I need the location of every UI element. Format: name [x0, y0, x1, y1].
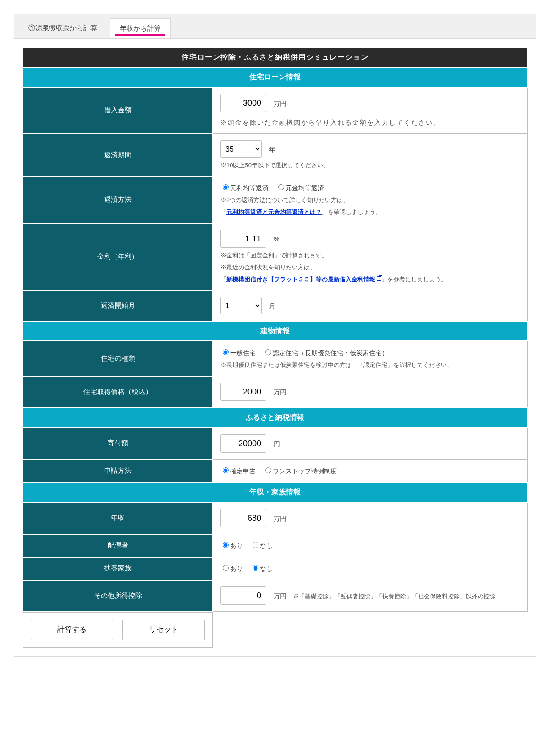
label-apply-method: 申請方法	[23, 460, 213, 483]
unit-income: 万円	[274, 515, 286, 522]
unit-loan-amount: 万円	[274, 100, 286, 107]
note-repay-term: ※10以上50年以下で選択してください。	[220, 161, 520, 170]
radio-apply-2[interactable]: ワンストップ特例制度	[263, 467, 337, 475]
label-repay-method: 返済方法	[23, 176, 213, 223]
calculate-button[interactable]: 計算する	[31, 620, 113, 640]
section-loan: 住宅ローン情報	[23, 67, 527, 87]
label-income: 年収	[23, 502, 213, 534]
link-repay-method[interactable]: 元利均等返済と元金均等返済とは？	[226, 208, 322, 215]
label-house-price: 住宅取得価格（税込）	[23, 376, 213, 408]
unit-donation: 円	[274, 440, 280, 448]
input-house-price[interactable]	[220, 383, 266, 401]
label-other-deduct: その他所得控除	[23, 580, 213, 612]
unit-rate: %	[274, 236, 279, 243]
note-rate-2: ※最近の金利状況を知りたい方は、	[220, 263, 520, 272]
radio-house-1[interactable]: 一般住宅	[220, 349, 256, 356]
unit-other-deduct: 万円	[274, 592, 286, 600]
select-start-month[interactable]: 1	[220, 297, 262, 314]
input-income[interactable]	[220, 509, 266, 527]
label-repay-term: 返済期間	[23, 134, 213, 176]
radio-spouse-2[interactable]: なし	[250, 542, 273, 549]
label-dependents: 扶養家族	[23, 557, 213, 580]
note-other-deduct: ※「基礎控除」「配偶者控除」「扶養控除」「社会保険料控除」以外の控除	[293, 593, 495, 600]
tab-gensen[interactable]: ①源泉徴収票から計算	[19, 18, 106, 38]
radio-house-2[interactable]: 認定住宅（長期優良住宅・低炭素住宅）	[263, 349, 388, 356]
input-rate[interactable]	[220, 230, 266, 248]
section-furusato: ふるさと納税情報	[23, 408, 527, 427]
radio-dep-2[interactable]: なし	[250, 565, 273, 572]
label-donation: 寄付額	[23, 427, 213, 460]
radio-method-1[interactable]: 元利均等返済	[220, 184, 269, 192]
form-title: 住宅ローン控除・ふるさと納税併用シミュレーション	[23, 48, 527, 67]
section-income: 年収・家族情報	[23, 482, 527, 502]
unit-start-month: 月	[269, 302, 275, 310]
radio-spouse-1[interactable]: あり	[220, 542, 243, 549]
reset-button[interactable]: リセット	[122, 620, 205, 640]
input-donation[interactable]	[220, 434, 266, 453]
tab-income[interactable]: 年収から計算	[110, 18, 170, 38]
external-link-icon	[377, 276, 381, 281]
note-house-type: ※長期優良住宅または低炭素住宅を検討中の方は、「認定住宅」を選択してください。	[220, 361, 520, 369]
form-panel: 住宅ローン控除・ふるさと納税併用シミュレーション 住宅ローン情報 借入金額 万円…	[14, 38, 536, 657]
radio-apply-1[interactable]: 確定申告	[220, 467, 256, 475]
note-rate-1: ※金利は「固定金利」で計算されます。	[220, 252, 520, 260]
label-loan-amount: 借入金額	[23, 87, 213, 134]
link-rate-info[interactable]: 新機構団信付き【フラット３５】等の最新借入金利情報	[226, 276, 381, 283]
label-house-type: 住宅の種類	[23, 341, 213, 376]
label-spouse: 配偶者	[23, 534, 213, 557]
label-start-month: 返済開始月	[23, 290, 213, 322]
note-loan-amount: ※頭金を除いた金融機関から借り入れる金額を入力してください。	[220, 119, 520, 127]
note-method-1: ※2つの返済方法について詳しく知りたい方は、	[220, 196, 520, 204]
label-rate: 金利（年利）	[23, 223, 213, 290]
unit-repay-term: 年	[269, 146, 275, 153]
select-repay-term[interactable]: 35	[220, 140, 262, 158]
radio-method-2[interactable]: 元金均等返済	[276, 184, 324, 192]
input-other-deduct[interactable]	[220, 586, 266, 605]
input-loan-amount[interactable]	[220, 94, 266, 112]
radio-dep-1[interactable]: あり	[220, 565, 243, 572]
unit-house-price: 万円	[274, 389, 286, 396]
tabs-bar: ①源泉徴収票から計算 年収から計算	[14, 14, 536, 38]
section-building: 建物情報	[23, 321, 527, 341]
